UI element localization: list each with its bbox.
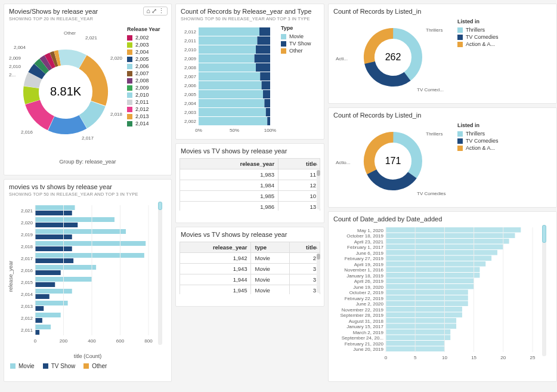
menu-icon[interactable]: ⋮ xyxy=(158,8,165,14)
table[interactable]: release_yeartypetitle▴1,942Movie21,943Mo… xyxy=(180,242,320,294)
stacked-chart: 2,0122,0112,0102,0092,0082,0072,0062,005… xyxy=(181,25,276,132)
svg-text:June 2, 2020: June 2, 2020 xyxy=(356,301,384,307)
svg-text:March 2, 2019: March 2, 2019 xyxy=(353,330,384,335)
svg-text:2,020: 2,020 xyxy=(110,55,122,61)
card-title: Movies vs TV shows by release year xyxy=(176,227,324,239)
svg-rect-40 xyxy=(35,270,61,275)
svg-text:2,012: 2,012 xyxy=(21,316,33,321)
svg-text:TV Comedies: TV Comedies xyxy=(417,191,445,196)
filter-icon[interactable]: ⌂ xyxy=(146,8,150,14)
expand-icon[interactable]: ⤢ xyxy=(151,8,157,14)
svg-rect-83 xyxy=(260,72,270,81)
svg-text:2,015: 2,015 xyxy=(21,280,33,285)
svg-rect-88 xyxy=(199,90,263,98)
svg-text:2,011: 2,011 xyxy=(184,38,197,44)
svg-rect-80 xyxy=(256,63,270,72)
donut-center: 171 xyxy=(385,156,401,166)
svg-text:2,021: 2,021 xyxy=(85,35,98,41)
card-bar-movies-vs-tv[interactable]: movies vs tv shows by release year SHOWI… xyxy=(4,179,172,382)
donut-chart: 8.81K Other 2,021 2,020 2,018 2,017 2,01… xyxy=(9,26,122,152)
svg-rect-85 xyxy=(199,81,262,89)
svg-rect-94 xyxy=(199,108,266,116)
card-subtitle: SHOWING TOP 20 IN RELEASE_YEAR xyxy=(4,16,171,24)
y-axis-label: release_year xyxy=(7,217,15,336)
svg-text:November 1, 2016: November 1, 2016 xyxy=(344,267,383,273)
svg-text:Thrillers: Thrillers xyxy=(426,27,442,33)
donut-chart: 171 Thrillers TV Comedies Actio... xyxy=(333,122,453,200)
card-donut-listedin-a[interactable]: Count of Records by Listed_in 262 Thrill… xyxy=(328,4,557,104)
svg-text:2,013: 2,013 xyxy=(21,304,33,309)
svg-text:2,008: 2,008 xyxy=(184,65,197,70)
svg-rect-119 xyxy=(386,239,509,244)
card-title: Count of Records by Release_year and Typ… xyxy=(176,4,324,16)
svg-text:2,012: 2,012 xyxy=(184,29,197,35)
svg-text:June 6, 2019: June 6, 2019 xyxy=(356,251,384,256)
svg-rect-151 xyxy=(386,329,450,335)
table[interactable]: release_yeartitle▴1,983111,984121,985101… xyxy=(180,158,320,211)
card-date-added[interactable]: Count of Date_added by Date_added May 1,… xyxy=(328,211,557,382)
svg-rect-37 xyxy=(35,258,73,263)
svg-rect-77 xyxy=(255,54,270,63)
card-controls[interactable]: ⌂ ⤢ ⋮ xyxy=(143,7,168,16)
svg-text:2,021: 2,021 xyxy=(21,208,33,214)
svg-rect-145 xyxy=(386,313,462,318)
svg-text:25: 25 xyxy=(530,355,536,360)
svg-text:February 21, 2020: February 21, 2020 xyxy=(345,341,384,347)
svg-text:August 31, 2018: August 31, 2018 xyxy=(349,319,384,324)
chart-scroll[interactable] xyxy=(158,202,162,345)
svg-rect-149 xyxy=(386,324,456,329)
legend-title: Release Year xyxy=(127,26,166,32)
svg-rect-54 xyxy=(35,325,51,329)
card-subtitle: SHOWING TOP 50 IN RELEASE_YEAR AND TOP 3… xyxy=(4,192,171,199)
svg-rect-143 xyxy=(386,307,462,312)
svg-rect-123 xyxy=(386,250,497,255)
card-stacked-type[interactable]: Count of Records by Release_year and Typ… xyxy=(175,4,324,140)
svg-text:2,009: 2,009 xyxy=(184,56,197,61)
donut-legend: Release Year 2,0022,0032,0042,0052,0062,… xyxy=(127,26,166,128)
svg-text:2,011: 2,011 xyxy=(21,328,33,333)
card-table-1[interactable]: Movies vs TV shows by release year relea… xyxy=(175,143,324,223)
svg-rect-71 xyxy=(257,36,270,45)
svg-rect-24 xyxy=(35,205,75,210)
svg-text:2,018: 2,018 xyxy=(110,112,122,117)
svg-text:January 15, 2017: January 15, 2017 xyxy=(346,324,383,329)
svg-text:February 27, 2019: February 27, 2019 xyxy=(345,256,384,261)
svg-rect-28 xyxy=(35,223,78,227)
svg-text:October 2, 2019: October 2, 2019 xyxy=(349,290,384,295)
svg-text:2,010: 2,010 xyxy=(9,64,21,69)
donut-center: 8.81K xyxy=(50,85,82,98)
card-donut-listedin-b[interactable]: Count of Records by Listed_in 171 Thrill… xyxy=(328,107,557,208)
svg-text:September 28, 2019: September 28, 2019 xyxy=(341,313,384,318)
svg-text:September 24, 20...: September 24, 20... xyxy=(342,335,383,341)
scrollbar[interactable] xyxy=(317,254,320,293)
donut-chart: 262 Thrillers TV Comed... Acti... xyxy=(333,18,453,96)
svg-rect-27 xyxy=(35,217,115,222)
svg-rect-76 xyxy=(199,54,255,63)
chart-scroll[interactable] xyxy=(542,225,546,356)
svg-text:2,020: 2,020 xyxy=(21,220,33,226)
group-by-caption: Group By: release_year xyxy=(4,156,171,165)
svg-rect-98 xyxy=(267,117,270,125)
card-donut-release-year[interactable]: Movies/Shows by release year ⌂ ⤢ ⋮ SHOWI… xyxy=(4,4,172,175)
svg-text:2,003: 2,003 xyxy=(184,110,197,115)
svg-text:2,006: 2,006 xyxy=(184,83,197,88)
svg-text:2,007: 2,007 xyxy=(184,74,197,79)
dashboard: Movies/Shows by release year ⌂ ⤢ ⋮ SHOWI… xyxy=(4,4,553,382)
legend: Listed in Thrillers TV Comedies Action &… xyxy=(457,122,499,152)
svg-text:May 1, 2020: May 1, 2020 xyxy=(357,228,384,233)
svg-rect-125 xyxy=(386,256,491,261)
svg-text:October 18, 2019: October 18, 2019 xyxy=(346,233,383,239)
svg-text:2,004: 2,004 xyxy=(184,101,197,106)
scrollbar[interactable] xyxy=(317,170,320,209)
date-chart: May 1, 2020October 18, 2019April 23, 202… xyxy=(331,225,541,374)
svg-rect-79 xyxy=(199,63,256,72)
card-table-2[interactable]: Movies vs TV shows by release year relea… xyxy=(175,227,324,307)
svg-text:Other: Other xyxy=(64,30,76,36)
svg-text:50%: 50% xyxy=(230,128,239,132)
svg-text:15: 15 xyxy=(471,355,476,360)
svg-text:10: 10 xyxy=(442,355,447,360)
svg-rect-131 xyxy=(386,273,479,278)
svg-rect-133 xyxy=(386,279,474,284)
svg-text:2,016: 2,016 xyxy=(21,129,33,135)
svg-text:0%: 0% xyxy=(195,128,202,132)
